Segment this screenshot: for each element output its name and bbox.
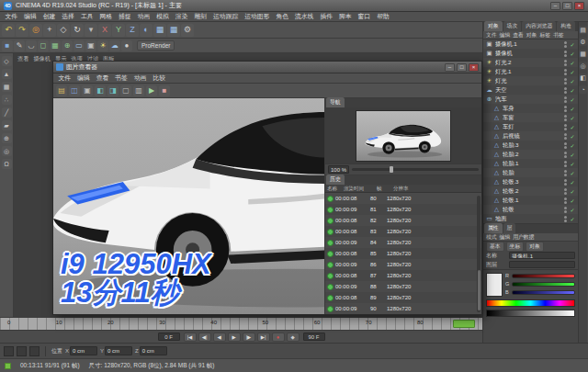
grid-icon[interactable]: ▦ [579,50,587,58]
history-tab[interactable]: 历史 [326,175,345,185]
object-row[interactable]: ☁ 天空 ✓ [483,85,578,95]
camera-icon[interactable]: ▣ [85,40,96,51]
pv-menu-item[interactable]: 动画 [130,73,150,83]
navigator-preview[interactable] [325,107,481,164]
render-enabled-icon[interactable]: ✓ [569,152,576,158]
attribute-value-field[interactable]: 摄像机.1 [509,252,575,259]
object-manager-menu-item[interactable]: 对象 [526,31,537,39]
object-manager-tab[interactable]: 对象 [484,21,503,31]
object-row[interactable]: △ 轮毂 ✓ [483,205,578,214]
visibility-dots[interactable] [564,115,567,121]
visibility-dots[interactable] [564,60,567,66]
play-icon[interactable]: ▶ [146,85,157,96]
save-icon[interactable]: ◫ [69,85,80,96]
x-axis-lock-icon[interactable]: X [98,24,111,37]
object-row[interactable]: △ 后视镜 ✓ [483,131,578,141]
single-view-icon[interactable]: ▣ [82,85,93,96]
history-row[interactable]: 00:00:09 88 1280x720 [325,281,481,292]
rotate-icon[interactable]: ↻ [71,24,84,37]
render-enabled-icon[interactable]: ✓ [569,51,576,57]
goto-end-button[interactable]: ▶| [257,333,270,342]
pv-menu-item[interactable]: 编辑 [74,73,94,83]
render-view-icon[interactable]: ▦ [153,24,166,37]
play-button[interactable]: ▶ [228,333,241,342]
coordinate-input[interactable]: 0 cm [105,346,132,355]
prev-key-button[interactable]: ◀| [198,333,211,342]
clock-icon[interactable]: ◔ [579,85,587,94]
history-row[interactable]: 00:00:09 84 1280x720 [325,237,481,248]
attribute-menu-item[interactable]: 模式 [486,233,497,242]
last-tool-icon[interactable]: ▾ [85,24,97,37]
visibility-dots[interactable] [564,188,567,195]
menu-item[interactable]: 脚本 [335,12,355,21]
scale-icon[interactable]: ◇ [57,24,70,37]
enable-axis-icon[interactable]: ⊕ [2,133,12,143]
attribute-manager-tab[interactable]: 层 [503,223,516,233]
menu-item[interactable]: 捕捉 [116,12,135,21]
render-enabled-icon[interactable]: ✓ [569,188,576,195]
menu-item[interactable]: 流水线 [292,12,317,21]
menu-item[interactable]: 帮助 [374,12,393,21]
object-manager-menu-item[interactable]: 文件 [486,31,497,39]
y-axis-lock-icon[interactable]: Y [112,24,125,37]
render-enabled-icon[interactable]: ✓ [569,207,576,213]
object-row[interactable]: △ 车窗 ✓ [483,113,578,122]
pv-menu-item[interactable]: 查看 [93,73,112,83]
fullscreen-icon[interactable]: ▢ [120,85,131,96]
object-manager-tab[interactable]: 构造 [557,21,575,31]
z-axis-lock-icon[interactable]: Z [126,24,139,37]
render-image[interactable]: i9 12950HX 13分11秒 [53,98,325,314]
palette-icon[interactable]: ◧ [579,73,587,82]
object-row[interactable]: ☀ 灯光 ✓ [483,76,578,85]
render-enabled-icon[interactable]: ✓ [569,161,576,167]
menu-item[interactable]: 雕刻 [191,12,210,21]
history-column-header[interactable]: 分辨率 [393,186,480,192]
goto-start-button[interactable]: |◀ [184,333,197,342]
attribute-menu-item[interactable]: 编辑 [500,233,511,242]
attribute-section-chip[interactable]: 坐标 [506,242,525,252]
menu-item[interactable]: 窗口 [355,12,374,21]
coordinate-system-icon[interactable]: ◐ [140,24,153,37]
history-row[interactable]: 00:00:08 89 1280x720 [325,292,481,303]
visibility-dots[interactable] [564,96,567,103]
menu-item[interactable]: 编辑 [21,12,40,21]
menu-item[interactable]: 创建 [40,12,59,21]
pv-minimize-button[interactable]: – [445,63,455,72]
menu-item[interactable]: 运动图形 [242,12,273,21]
visibility-dots[interactable] [564,197,567,204]
layers-icon[interactable]: ▤ [579,26,587,34]
material-icon[interactable]: ● [121,40,132,51]
pv-menu-item[interactable]: 书签 [112,73,131,83]
menu-item[interactable]: 模拟 [153,12,173,21]
window-titlebar[interactable]: 4D CINEMA 4D R19.024 Studio (RC - R19) -… [0,0,588,12]
object-row[interactable]: ▣ 摄像机.1 ✓ [483,39,578,49]
visibility-dots[interactable] [564,41,567,48]
prorender-button[interactable]: ProRender [137,40,175,51]
viewport-menu-item[interactable]: 查看 [17,55,28,63]
history-row[interactable]: 00:00:08 82 1280x720 [325,215,481,226]
visibility-dots[interactable] [564,142,567,149]
menu-item[interactable]: 工具 [77,12,96,21]
color-slider-track[interactable] [512,282,575,287]
history-column-header[interactable]: 渲染时间 [344,186,375,192]
coordinate-input[interactable]: 0 cm [70,346,97,355]
timeline-ruler[interactable]: 0102030405060708090 [0,317,482,330]
color-slider[interactable]: B [505,289,575,295]
snap-icon[interactable]: Ω [2,159,12,169]
history-column-header[interactable]: 名称 [327,186,342,192]
render-enabled-icon[interactable]: ✓ [569,124,576,130]
attribute-manager-tab[interactable]: 属性 [484,223,503,233]
visibility-dots[interactable] [564,216,567,222]
render-picture-viewer-icon[interactable]: ▦ [167,24,180,37]
visibility-dots[interactable] [564,133,567,140]
zoom-slider-thumb[interactable] [390,166,393,173]
menu-item[interactable]: 文件 [2,12,21,21]
model-mode-icon[interactable]: ▲ [2,69,12,79]
floor-icon[interactable]: ▭ [74,40,85,51]
color-slider-track[interactable] [512,274,575,278]
prev-frame-button[interactable]: ◀ [213,333,226,342]
stop-icon[interactable]: ■ [159,85,170,96]
render-enabled-icon[interactable]: ✓ [569,87,576,94]
edges-mode-icon[interactable]: ╱ [2,107,12,118]
render-enabled-icon[interactable]: ✓ [569,142,576,149]
